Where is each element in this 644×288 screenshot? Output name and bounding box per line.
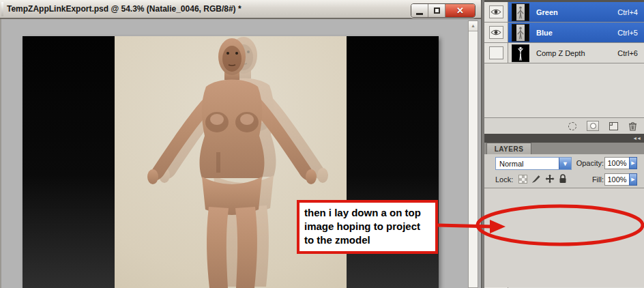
image-left-black-band bbox=[23, 36, 115, 288]
channel-shortcut: Ctrl+4 bbox=[617, 8, 638, 16]
lock-transparency-icon[interactable] bbox=[518, 175, 527, 184]
channel-row-blue[interactable]: Blue Ctrl+5 bbox=[484, 23, 644, 43]
channel-name: Blue bbox=[536, 29, 553, 37]
green-visibility-toggle[interactable] bbox=[489, 5, 503, 18]
delete-channel-trash-icon[interactable] bbox=[628, 121, 637, 131]
save-selection-as-channel-icon[interactable] bbox=[587, 121, 599, 131]
collapse-panel-icon[interactable]: ◄◄ bbox=[632, 136, 641, 141]
vertical-scrollbar[interactable]: ▲ bbox=[468, 20, 478, 288]
green-channel-thumbnail bbox=[512, 3, 529, 21]
layers-controls: Normal ▼ Opacity: 100% ▶ Lock: Fill: 100… bbox=[484, 154, 644, 188]
document-titlebar[interactable]: TempZAppLinkExport.psd @ 54.3% (Natalie_… bbox=[0, 0, 481, 19]
channels-footer bbox=[484, 118, 644, 134]
layers-panel-header-bar: ◄◄ bbox=[484, 134, 644, 143]
close-icon: ✕ bbox=[456, 5, 464, 16]
chevron-down-icon[interactable]: ▼ bbox=[559, 158, 571, 169]
lock-buttons bbox=[518, 174, 567, 184]
channels-empty-area bbox=[484, 63, 644, 118]
new-channel-icon[interactable] bbox=[609, 122, 618, 130]
channel-name: Green bbox=[536, 8, 558, 16]
channel-shortcut: Ctrl+5 bbox=[617, 29, 638, 37]
eye-icon bbox=[491, 29, 501, 36]
annotation-text: then i lay down a on top image hoping to… bbox=[304, 206, 430, 247]
fill-value-box[interactable]: 100% bbox=[604, 173, 630, 186]
channel-name: Comp Z Depth bbox=[536, 49, 585, 57]
lock-position-move-icon[interactable] bbox=[545, 174, 555, 184]
blue-visibility-toggle[interactable] bbox=[489, 26, 503, 39]
minimize-button[interactable] bbox=[411, 4, 428, 17]
channel-row-comp-z-depth[interactable]: Comp Z Depth Ctrl+6 bbox=[484, 43, 644, 63]
lock-all-padlock-icon[interactable] bbox=[559, 174, 567, 184]
blend-mode-select[interactable]: Normal ▼ bbox=[495, 157, 572, 170]
load-channel-as-selection-icon[interactable] bbox=[568, 122, 576, 130]
opacity-popup-arrow-icon[interactable]: ▶ bbox=[629, 157, 637, 169]
window-controls: ✕ bbox=[411, 3, 475, 18]
fill-label: Fill: bbox=[575, 175, 604, 184]
document-title: TempZAppLinkExport.psd @ 54.3% (Natalie_… bbox=[7, 4, 241, 14]
channel-row-green[interactable]: Green Ctrl+4 bbox=[484, 2, 644, 23]
restore-icon bbox=[434, 8, 440, 14]
minimize-icon bbox=[416, 13, 423, 15]
titlebar-accent bbox=[1, 2, 3, 16]
blend-mode-value: Normal bbox=[496, 160, 559, 168]
annotation-callout: then i lay down a on top image hoping to… bbox=[297, 200, 438, 254]
lock-label: Lock: bbox=[495, 175, 513, 184]
comp-z-depth-thumbnail bbox=[512, 44, 529, 62]
channels-panel: Green Ctrl+4 Blue Ctrl+5 bbox=[484, 0, 644, 134]
right-panel-stack: Green Ctrl+4 Blue Ctrl+5 bbox=[484, 0, 644, 288]
layers-tab-strip: LAYERS bbox=[484, 143, 644, 154]
comp-z-depth-visibility-toggle[interactable] bbox=[489, 46, 503, 59]
tab-layers[interactable]: LAYERS bbox=[486, 143, 531, 154]
opacity-value-box[interactable]: 100% bbox=[604, 157, 630, 169]
opacity-label: Opacity: bbox=[575, 159, 604, 167]
scroll-up-button[interactable]: ▲ bbox=[469, 21, 478, 31]
fill-popup-arrow-icon[interactable]: ▶ bbox=[629, 173, 637, 186]
restore-button[interactable] bbox=[428, 4, 445, 17]
layers-panel: ◄◄ LAYERS Normal ▼ Opacity: 100% ▶ Lock: bbox=[484, 134, 644, 287]
channel-shortcut: Ctrl+6 bbox=[617, 49, 638, 57]
close-button[interactable]: ✕ bbox=[445, 4, 475, 17]
application-screen: TempZAppLinkExport.psd @ 54.3% (Natalie_… bbox=[0, 0, 644, 288]
lock-paint-brush-icon[interactable] bbox=[531, 174, 541, 184]
eye-icon bbox=[491, 8, 501, 16]
blue-channel-thumbnail bbox=[512, 24, 529, 42]
